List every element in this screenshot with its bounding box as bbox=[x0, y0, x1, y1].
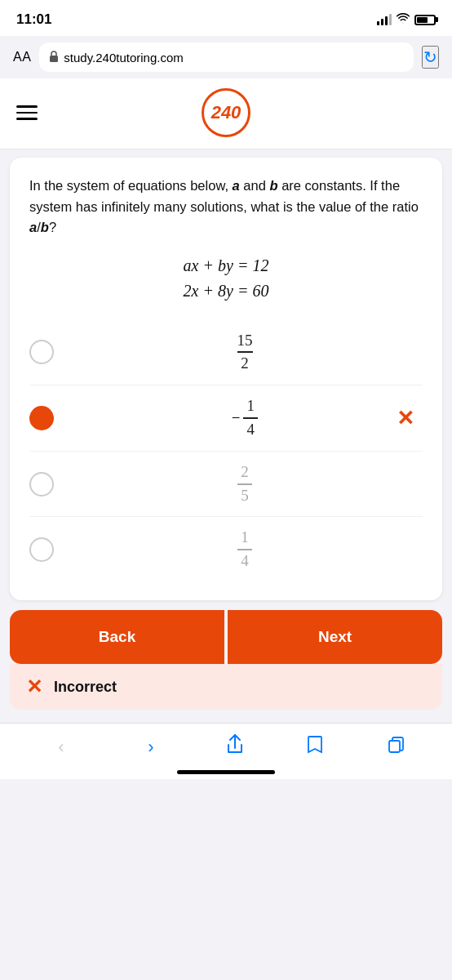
browser-url-bar[interactable]: study.240tutoring.com bbox=[39, 42, 414, 72]
svg-rect-1 bbox=[389, 741, 400, 752]
choice-radio-2[interactable] bbox=[29, 406, 54, 430]
app-logo: 240 bbox=[202, 88, 250, 137]
choice-fraction-3: 2 5 bbox=[67, 463, 423, 506]
bookmarks-button[interactable] bbox=[305, 734, 325, 760]
choice-radio-3[interactable] bbox=[29, 472, 54, 497]
incorrect-x-icon: ✕ bbox=[26, 675, 42, 698]
svg-rect-0 bbox=[50, 56, 58, 62]
back-button[interactable]: Back bbox=[10, 610, 224, 664]
equation-2: 2x + 8y = 60 bbox=[29, 282, 423, 301]
lock-icon bbox=[49, 51, 59, 65]
status-time: 11:01 bbox=[16, 11, 51, 28]
tabs-button[interactable] bbox=[386, 735, 405, 760]
feedback-text: Incorrect bbox=[54, 679, 117, 696]
status-bar: 11:01 bbox=[0, 0, 452, 36]
choice-row-2[interactable]: − 1 4 ✕ bbox=[29, 385, 423, 452]
browser-bar: AA study.240tutoring.com ↻ bbox=[0, 36, 452, 78]
browser-aa[interactable]: AA bbox=[13, 50, 31, 65]
question-text: In the system of equations below, a and … bbox=[29, 176, 423, 238]
choices-list: 15 2 − 1 4 ✕ bbox=[29, 320, 423, 582]
choice-radio-1[interactable] bbox=[29, 340, 54, 364]
fraction-2-5: 2 5 bbox=[237, 463, 252, 506]
fraction-1-4: 1 4 bbox=[237, 528, 252, 571]
share-icon bbox=[226, 734, 244, 760]
choice-row-3[interactable]: 2 5 bbox=[29, 452, 423, 518]
navigation-buttons: Back Next bbox=[10, 610, 442, 664]
signal-icon bbox=[377, 14, 392, 25]
hamburger-menu-icon[interactable] bbox=[16, 105, 38, 120]
home-indicator bbox=[177, 770, 275, 774]
status-icons bbox=[377, 13, 436, 26]
browser-back-button[interactable]: ‹ bbox=[47, 732, 75, 763]
next-button[interactable]: Next bbox=[228, 610, 442, 664]
equation-1: ax + by = 12 bbox=[29, 256, 423, 275]
question-card: In the system of equations below, a and … bbox=[10, 158, 442, 600]
choice-fraction-1: 15 2 bbox=[67, 332, 423, 374]
choice-fraction-4: 1 4 bbox=[67, 528, 423, 571]
choice-row-4[interactable]: 1 4 bbox=[29, 517, 423, 582]
refresh-button[interactable]: ↻ bbox=[422, 46, 439, 69]
share-button[interactable] bbox=[226, 734, 244, 760]
wifi-icon bbox=[397, 13, 410, 26]
fraction-neg-1-4: − 1 4 bbox=[232, 397, 259, 439]
ios-bottom-bar: ‹ › bbox=[0, 723, 452, 779]
fraction-15-2: 15 2 bbox=[237, 332, 253, 374]
wrong-icon: ✕ bbox=[397, 406, 414, 431]
browser-url-text: study.240tutoring.com bbox=[64, 51, 183, 65]
choice-radio-4[interactable] bbox=[29, 537, 54, 562]
choice-fraction-2: − 1 4 bbox=[67, 397, 423, 439]
choice-row-1[interactable]: 15 2 bbox=[29, 320, 423, 386]
logo-text: 240 bbox=[211, 102, 242, 123]
feedback-bar: ✕ Incorrect bbox=[10, 664, 442, 710]
equation-block: ax + by = 12 2x + 8y = 60 bbox=[29, 256, 423, 301]
battery-icon bbox=[414, 15, 436, 25]
app-header: 240 bbox=[0, 78, 452, 149]
browser-forward-button[interactable]: › bbox=[136, 732, 165, 763]
